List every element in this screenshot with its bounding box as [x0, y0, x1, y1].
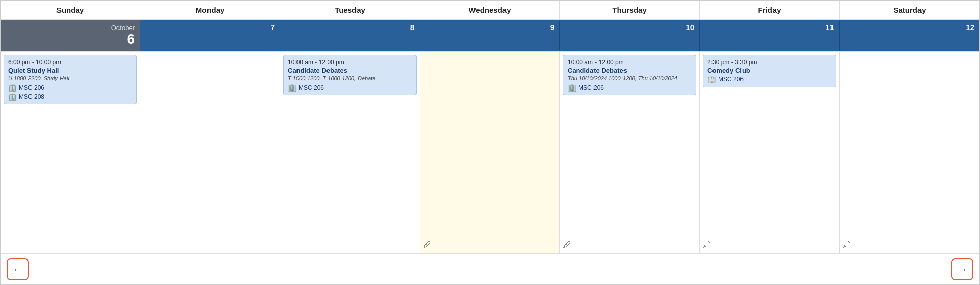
event-location-debates-tue: T 1000-1200, T 1000-1200, Debate: [288, 75, 412, 81]
event-time-quiet-study: 6:00 pm - 10:00 pm: [8, 59, 132, 66]
event-room-msc206-thu: 🏢 MSC 206: [568, 83, 692, 92]
event-time-debates-tue: 10:00 am - 12:00 pm: [288, 59, 412, 66]
event-location-debates-thu: Thu 10/10/2024 1000-1200, Thu 10/10/2024: [568, 75, 692, 81]
event-room-msc206-tue: 🏢 MSC 206: [288, 83, 412, 92]
event-title-comedy: Comedy Club: [707, 67, 831, 74]
header-thursday: Thursday: [560, 1, 700, 20]
date-thursday: 10: [560, 20, 700, 51]
building-icon-5: 🏢: [707, 75, 716, 83]
header-friday: Friday: [700, 1, 840, 20]
day-wednesday: 🖊: [420, 52, 560, 253]
event-title-debates-tue: Candidate Debates: [288, 67, 412, 74]
date-saturday: 12: [840, 20, 979, 51]
nav-row: ← →: [1, 253, 979, 284]
header-tuesday: Tuesday: [280, 1, 420, 20]
header-sunday: Sunday: [1, 1, 140, 20]
sunday-date-cell: October 6: [1, 20, 140, 51]
sunday-day: 6: [127, 32, 135, 47]
building-icon-1: 🏢: [8, 83, 17, 92]
event-title-debates-thu: Candidate Debates: [568, 67, 692, 74]
event-time-debates-thu: 10:00 am - 12:00 pm: [568, 59, 692, 66]
event-room-msc208-sunday: 🏢 MSC 208: [8, 93, 132, 101]
header-wednesday: Wednesday: [420, 1, 560, 20]
date-monday: 7: [140, 20, 280, 51]
date-wednesday: 9: [420, 20, 560, 51]
day-monday: [140, 52, 280, 253]
event-location-quiet-study: U 1800-2200, Study Hall: [8, 75, 132, 81]
event-quiet-study[interactable]: 6:00 pm - 10:00 pm Quiet Study Hall U 18…: [4, 55, 137, 104]
day-sunday: 6:00 pm - 10:00 pm Quiet Study Hall U 18…: [1, 52, 140, 253]
next-week-button[interactable]: →: [951, 258, 973, 280]
building-icon-3: 🏢: [288, 83, 296, 92]
header-saturday: Saturday: [840, 1, 979, 20]
date-tuesday: 8: [280, 20, 420, 51]
day-saturday: 🖊: [840, 52, 979, 253]
event-comedy-club[interactable]: 2:30 pm - 3:30 pm Comedy Club 🏢 MSC 206: [703, 55, 836, 87]
day-thursday: 10:00 am - 12:00 pm Candidate Debates Th…: [560, 52, 700, 253]
date-friday: 11: [700, 20, 840, 51]
day-friday: 2:30 pm - 3:30 pm Comedy Club 🏢 MSC 206 …: [700, 52, 840, 253]
sunday-month: October: [111, 24, 135, 32]
event-candidate-debates-thu[interactable]: 10:00 am - 12:00 pm Candidate Debates Th…: [563, 55, 696, 95]
edit-icon-friday[interactable]: 🖊: [703, 240, 711, 249]
header-monday: Monday: [140, 1, 280, 20]
event-time-comedy: 2:30 pm - 3:30 pm: [707, 59, 831, 66]
event-room-msc206-fri: 🏢 MSC 206: [707, 75, 831, 83]
building-icon-4: 🏢: [568, 83, 576, 92]
building-icon-2: 🏢: [8, 93, 17, 101]
event-title-quiet-study: Quiet Study Hall: [8, 67, 132, 74]
day-tuesday: 10:00 am - 12:00 pm Candidate Debates T …: [280, 52, 420, 253]
edit-icon-wednesday[interactable]: 🖊: [423, 240, 431, 249]
event-room-msc206-sunday: 🏢 MSC 206: [8, 83, 132, 92]
edit-icon-thursday[interactable]: 🖊: [563, 240, 571, 249]
prev-week-button[interactable]: ←: [7, 258, 29, 280]
event-candidate-debates-tue[interactable]: 10:00 am - 12:00 pm Candidate Debates T …: [283, 55, 417, 95]
edit-icon-saturday[interactable]: 🖊: [843, 240, 851, 249]
